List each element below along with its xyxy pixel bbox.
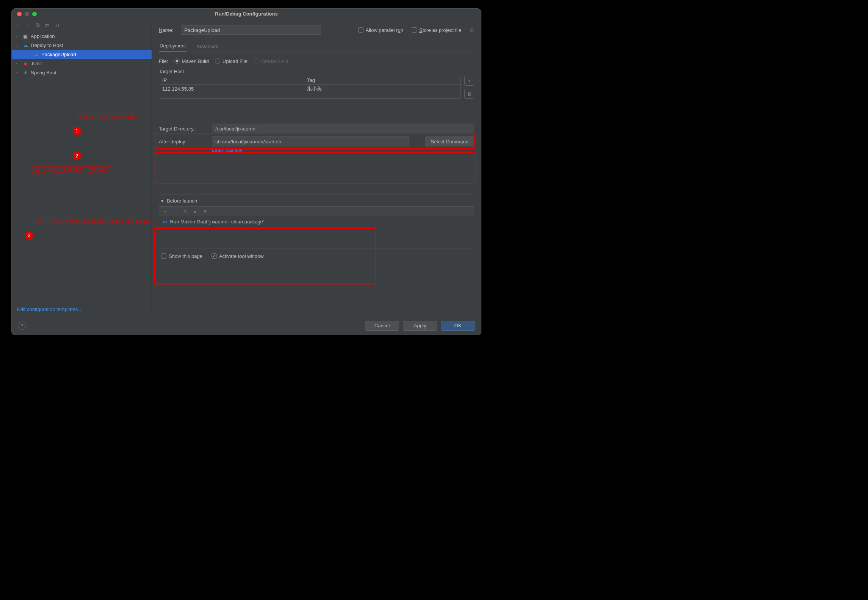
dialog-footer: ? Cancel Apply OK xyxy=(12,316,481,335)
window-traffic-lights xyxy=(12,12,37,16)
target-host-table[interactable]: IP Tag 112.124.55.85 集小美 xyxy=(159,76,461,99)
radio-upload-file[interactable]: Upload File xyxy=(215,58,248,64)
checkbox-label: Show this page xyxy=(169,253,202,259)
checkbox-label: Allow parallel run xyxy=(366,27,403,33)
target-directory-input[interactable] xyxy=(212,124,474,134)
tree-item-junit[interactable]: › ◆ JUnit xyxy=(12,59,152,68)
cancel-button[interactable]: Cancel xyxy=(365,321,399,331)
junit-icon: ◆ xyxy=(22,61,28,66)
before-launch-header[interactable]: ▾ Before launch xyxy=(159,195,474,206)
after-deploy-label: After deploy: xyxy=(159,139,207,145)
name-row: Name: Allow parallel run Store as projec… xyxy=(159,19,474,41)
radio-maven-build[interactable]: Maven Build xyxy=(174,58,209,64)
tree-label: PackageUpload xyxy=(41,52,76,57)
show-this-page-checkbox[interactable]: Show this page xyxy=(161,253,202,259)
annotation-badge-1: 1 xyxy=(73,127,81,135)
sort-config-icon[interactable]: ↓↑ xyxy=(55,22,60,28)
tab-deployment[interactable]: Deployment xyxy=(159,41,186,52)
chevron-right-icon: › xyxy=(16,71,20,75)
sidebar-footer: Edit configuration templates… xyxy=(12,303,152,316)
checkbox-icon xyxy=(161,253,166,259)
file-type-row: File: Maven Build Upload File Gradle Bui… xyxy=(159,56,474,66)
radio-label: Upload File xyxy=(222,58,248,64)
name-label: Name: xyxy=(159,27,173,33)
annotation-3-text: 在点击打包执行指令后要对项目Clean and Packag xyxy=(30,217,152,226)
after-deploy-row: After deploy: Select Command xyxy=(159,137,474,146)
chevron-right-icon: › xyxy=(16,34,20,38)
help-button[interactable]: ? xyxy=(18,322,26,330)
radio-gradle-build: Gradle Build xyxy=(254,58,288,64)
save-config-icon[interactable]: 🗀 xyxy=(45,22,50,28)
learn-sample-link[interactable]: Learn Sample xyxy=(212,147,243,153)
select-command-button[interactable]: Select Command xyxy=(425,137,474,146)
checkbox-icon xyxy=(212,253,217,259)
config-tabs: Deployment Advanced xyxy=(159,41,474,52)
annotation-badge-3: 3 xyxy=(25,231,33,240)
learn-sample-row: Learn Sample xyxy=(159,147,474,153)
tree-item-spring-boot[interactable]: › ✶ Spring Boot xyxy=(12,68,152,77)
table-row[interactable]: 112.124.55.85 集小美 xyxy=(159,85,460,93)
application-icon: ▣ xyxy=(22,33,28,39)
col-tag: Tag xyxy=(307,77,460,83)
gear-icon[interactable]: ⚙ xyxy=(470,27,474,33)
before-launch-section: ▾ Before launch ＋ － ✎ ▲ ▼ m Run Maven Go… xyxy=(159,195,474,248)
tree-label: Application xyxy=(31,33,55,39)
delete-host-button[interactable]: 🗑 xyxy=(464,89,474,99)
spring-boot-icon: ✶ xyxy=(22,70,28,75)
before-launch-toolbar: ＋ － ✎ ▲ ▼ xyxy=(159,206,474,216)
zoom-window-icon[interactable] xyxy=(32,12,37,16)
tree-item-deploy-to-host[interactable]: ⌄ ☁ Deploy to Host xyxy=(12,41,152,50)
config-main: Name: Allow parallel run Store as projec… xyxy=(152,19,481,316)
dialog-title: Run/Debug Configurations xyxy=(12,11,481,17)
tree-item-application[interactable]: › ▣ Application xyxy=(12,31,152,41)
tree-label: Deploy to Host xyxy=(31,42,63,48)
target-host-label: Target Host xyxy=(159,69,474,74)
tab-advanced[interactable]: Advanced xyxy=(196,41,219,52)
radio-label: Maven Build xyxy=(182,58,209,64)
after-deploy-input[interactable] xyxy=(212,137,409,146)
ok-button[interactable]: OK xyxy=(441,321,475,331)
checkbox-icon xyxy=(412,27,417,33)
remove-task-icon[interactable]: － xyxy=(173,208,178,215)
activate-tool-window-checkbox[interactable]: Activate tool window xyxy=(212,253,264,259)
annotation-badge-2: 2 xyxy=(73,152,81,160)
before-launch-label: Before launch xyxy=(167,198,197,204)
host-buttons: ＋ 🗑 xyxy=(464,76,474,99)
radio-icon xyxy=(215,58,220,64)
task-label: Run Maven Goal 'jixiaomei: clean package… xyxy=(170,219,264,225)
edit-templates-link[interactable]: Edit configuration templates… xyxy=(17,306,83,312)
allow-parallel-checkbox[interactable]: Allow parallel run xyxy=(358,27,403,33)
checkbox-label: Activate tool window xyxy=(219,253,264,259)
close-window-icon[interactable] xyxy=(17,12,22,16)
add-host-button[interactable]: ＋ xyxy=(464,76,474,86)
cloud-upload-icon: ☁ xyxy=(22,42,28,48)
copy-config-icon[interactable]: ⧉ xyxy=(36,22,39,28)
target-directory-row: Target Directory: xyxy=(159,124,474,134)
maven-icon: m xyxy=(163,219,167,225)
apply-button[interactable]: Apply xyxy=(403,321,437,331)
target-directory-label: Target Directory: xyxy=(159,126,207,132)
target-host-area: IP Tag 112.124.55.85 集小美 ＋ 🗑 xyxy=(159,76,474,99)
add-task-icon[interactable]: ＋ xyxy=(163,208,168,215)
name-input[interactable] xyxy=(181,25,321,35)
radio-label: Gradle Build xyxy=(261,58,288,64)
annotation-2-text: 在上传包之后的操作。启动命令 xyxy=(33,166,112,175)
minimize-window-icon[interactable] xyxy=(25,12,29,16)
bottom-options: Show this page Activate tool window xyxy=(159,248,474,264)
move-up-icon[interactable]: ▲ xyxy=(193,209,197,214)
cell-tag: 集小美 xyxy=(307,85,460,92)
deployment-section: File: Maven Build Upload File Gradle Bui… xyxy=(159,56,474,264)
tree-item-packageupload[interactable]: ☁ PackageUpload xyxy=(12,50,152,59)
edit-task-icon[interactable]: ✎ xyxy=(183,209,187,214)
tree-label: JUnit xyxy=(31,61,42,66)
move-down-icon[interactable]: ▼ xyxy=(203,209,208,214)
store-as-project-checkbox[interactable]: Store as project file xyxy=(412,27,461,33)
before-launch-task-row[interactable]: m Run Maven Goal 'jixiaomei: clean packa… xyxy=(159,216,474,227)
add-config-icon[interactable]: ＋ xyxy=(16,22,20,28)
checkbox-label: Store as project file xyxy=(419,27,461,33)
collapse-icon: ▾ xyxy=(161,198,164,204)
radio-icon xyxy=(254,58,259,64)
checkbox-icon xyxy=(358,27,363,33)
remove-config-icon[interactable]: － xyxy=(26,22,31,28)
annotation-1-text: 部署在Linux中的项目地址 xyxy=(76,113,141,122)
